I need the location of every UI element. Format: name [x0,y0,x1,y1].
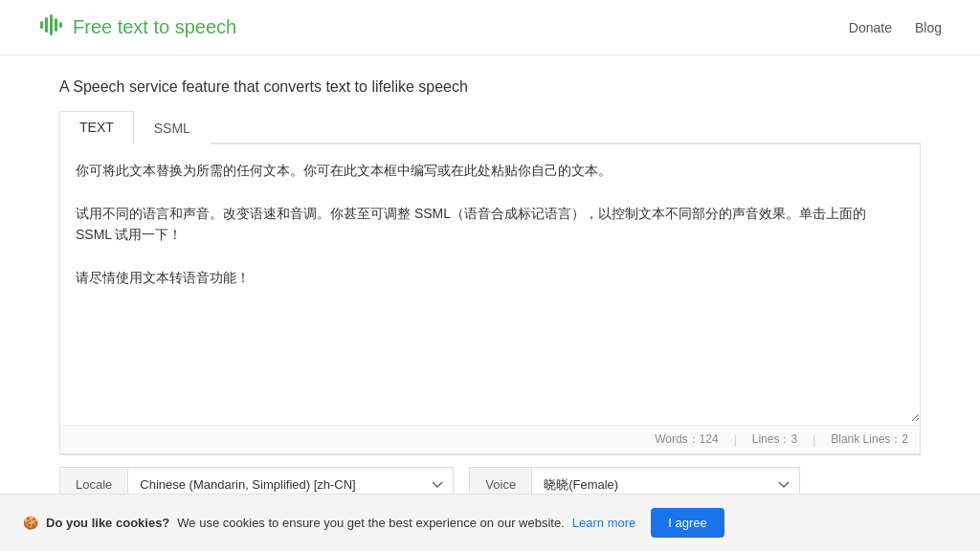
logo-area: Free text to speech [38,11,236,43]
tabs: TEXT SSML [59,111,921,144]
svg-rect-1 [45,17,48,33]
header-nav: Donate Blog [849,20,942,35]
donate-link[interactable]: Donate [849,20,892,35]
svg-rect-0 [40,21,43,29]
page-subtitle: A Speech service feature that converts t… [59,78,921,96]
agree-button[interactable]: I agree [651,508,724,514]
logo-text: Free text to speech [73,16,236,38]
header: Free text to speech Donate Blog [0,0,980,55]
text-input[interactable]: 你可将此文本替换为所需的任何文本。你可在此文本框中编写或在此处粘贴你自己的文本。… [60,144,920,422]
words-stat: Words：124 [655,431,718,448]
cookie-banner: 🍪 Do you like cookies? We use cookies to… [0,494,980,514]
textarea-wrapper: 你可将此文本替换为所需的任何文本。你可在此文本框中编写或在此处粘贴你自己的文本。… [59,144,921,454]
blog-link[interactable]: Blog [915,20,942,35]
main-content: A Speech service feature that converts t… [21,55,959,514]
svg-rect-2 [50,14,53,35]
svg-rect-4 [59,22,62,28]
blank-lines-stat: Blank Lines：2 [831,431,908,448]
textarea-stats: Words：124 | Lines：3 | Blank Lines：2 [60,425,920,453]
tab-ssml[interactable]: SSML [134,111,211,144]
tab-text[interactable]: TEXT [59,111,134,144]
logo-icon [38,11,65,43]
svg-rect-3 [55,18,57,32]
lines-stat: Lines：3 [752,431,797,448]
